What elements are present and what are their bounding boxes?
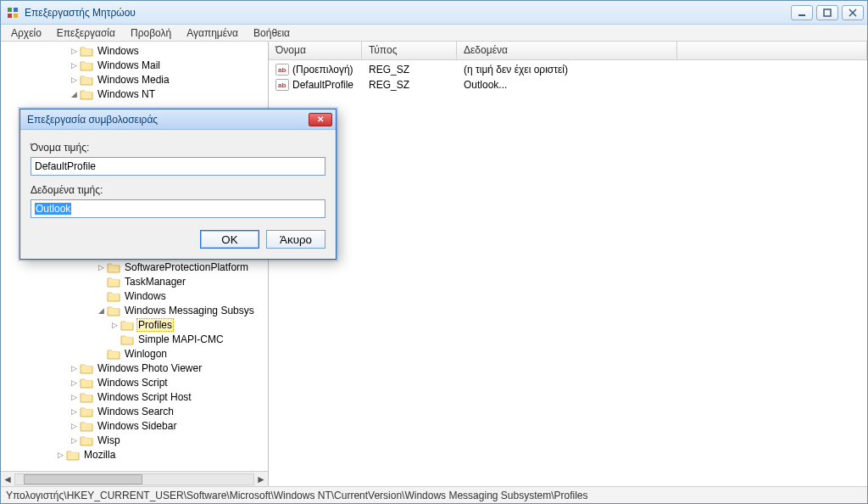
tree-node[interactable]: ▷Windows (1, 43, 268, 58)
tree-node[interactable]: ◢Windows Messaging Subsys (1, 303, 268, 317)
expand-icon[interactable]: ▷ (55, 451, 65, 459)
tree-node[interactable]: ▷Windows Script Host (1, 389, 268, 404)
col-data[interactable]: Δεδομένα (457, 42, 677, 59)
tree-node[interactable]: ▷SoftwareProtectionPlatform (1, 260, 268, 274)
tree-node-label: Windows Sidebar (96, 420, 178, 432)
dialog-close-button[interactable]: ✕ (309, 113, 332, 126)
col-type[interactable]: Τύπος (362, 42, 457, 59)
tree-node-label: Windows Messaging Subsys (123, 305, 256, 316)
string-value-icon (275, 79, 289, 91)
list-row[interactable]: DefaultProfileREG_SZOutlook... (269, 77, 867, 92)
scroll-thumb[interactable] (24, 474, 142, 484)
dialog-body: Όνομα τιμής: Δεδομένα τιμής: Outlook OK … (20, 130, 336, 259)
minimize-button[interactable] (791, 5, 813, 20)
folder-icon (80, 406, 93, 417)
menu-edit[interactable]: Επεξεργασία (50, 25, 122, 41)
expand-icon[interactable]: ▷ (69, 393, 79, 401)
expand-icon[interactable]: ▷ (69, 76, 79, 84)
folder-icon (80, 45, 93, 57)
list-row[interactable]: (Προεπιλογή)REG_SZ(η τιμή δεν έχει οριστ… (269, 62, 867, 77)
tree-node[interactable]: ▷Windows Mail (1, 58, 268, 72)
col-filler (677, 42, 867, 59)
tree-node[interactable]: Windows (1, 288, 268, 303)
dialog-titlebar: Επεξεργασία συμβολοσειράς ✕ (20, 109, 336, 130)
dialog-title: Επεξεργασία συμβολοσειράς (27, 114, 158, 126)
list-header: Όνομα Τύπος Δεδομένα (269, 42, 867, 60)
tree-hscrollbar[interactable]: ◄ ► (1, 471, 268, 486)
tree-node[interactable]: ▷Mozilla (1, 447, 268, 462)
expand-icon[interactable]: ▷ (96, 263, 106, 272)
svg-rect-3 (14, 14, 18, 18)
window-controls (791, 5, 864, 20)
tree-node[interactable]: Winlogon (1, 346, 268, 361)
collapse-icon[interactable]: ◢ (69, 90, 79, 98)
folder-icon (80, 377, 93, 389)
cell-type: REG_SZ (362, 79, 457, 91)
statusbar: Υπολογιστής\HKEY_CURRENT_USER\Software\M… (1, 486, 867, 503)
window-title: Επεξεργαστής Μητρώου (25, 7, 791, 19)
statusbar-path: Υπολογιστής\HKEY_CURRENT_USER\Software\M… (6, 490, 588, 501)
tree-node[interactable]: ◢Windows NT (1, 87, 268, 101)
tree-node-label: Wisp (96, 434, 122, 446)
svg-rect-0 (8, 8, 12, 12)
svg-rect-1 (14, 8, 18, 12)
cell-name: (Προεπιλογή) (269, 64, 362, 76)
folder-icon (107, 276, 120, 288)
menu-help[interactable]: Βοήθεια (247, 25, 297, 41)
cancel-button[interactable]: Άκυρο (266, 230, 326, 249)
ok-button[interactable]: OK (200, 230, 259, 249)
folder-icon (80, 59, 93, 71)
dialog-buttons: OK Άκυρο (31, 230, 326, 249)
string-value-icon (275, 64, 289, 76)
expand-icon[interactable]: ▷ (69, 378, 79, 387)
tree-node-label: Windows (123, 290, 168, 302)
tree-node[interactable]: ▷Windows Search (1, 404, 268, 418)
expand-icon[interactable]: ▷ (69, 364, 79, 372)
value-data-input[interactable]: Outlook (31, 199, 326, 218)
menu-view[interactable]: Προβολή (124, 25, 178, 41)
tree-node[interactable]: ▷Windows Sidebar (1, 418, 268, 433)
tree-node[interactable]: ▷Profiles (1, 317, 268, 332)
folder-icon (107, 261, 120, 273)
collapse-icon[interactable]: ◢ (96, 306, 106, 315)
tree-node-label: Windows Script Host (96, 391, 193, 403)
value-data-label: Δεδομένα τιμής: (31, 184, 326, 196)
expand-icon[interactable]: ▷ (69, 422, 79, 430)
app-icon (6, 6, 19, 20)
svg-rect-2 (8, 14, 12, 18)
menu-file[interactable]: Αρχείο (4, 25, 48, 41)
tree-node-label: Windows NT (96, 88, 157, 100)
tree-node[interactable]: ▷Wisp (1, 433, 268, 447)
tree-node-label: Windows Mail (96, 59, 162, 71)
expand-icon[interactable]: ▷ (69, 61, 79, 70)
maximize-button[interactable] (816, 5, 838, 20)
cell-data: (η τιμή δεν έχει οριστεί) (457, 64, 677, 76)
folder-icon (80, 74, 93, 86)
folder-icon (66, 449, 80, 461)
tree-node[interactable]: TaskManager (1, 274, 268, 288)
expand-icon[interactable]: ▷ (109, 321, 120, 329)
scroll-left-icon[interactable]: ◄ (1, 473, 14, 485)
tree-node[interactable]: ▷Windows Photo Viewer (1, 361, 268, 375)
expand-icon[interactable]: ▷ (69, 407, 79, 416)
tree-node[interactable]: ▷Windows Media (1, 72, 268, 87)
tree-node-label: Windows Media (96, 74, 171, 86)
tree-node-label: Windows (96, 45, 141, 57)
close-button[interactable] (842, 5, 864, 20)
value-name-input[interactable] (31, 157, 326, 176)
expand-icon[interactable]: ▷ (69, 436, 79, 445)
col-name[interactable]: Όνομα (269, 42, 362, 59)
tree-node-label: TaskManager (123, 276, 187, 288)
expand-icon[interactable]: ▷ (69, 47, 79, 55)
folder-icon (107, 305, 120, 316)
tree-node[interactable]: Simple MAPI-CMC (1, 332, 268, 346)
scroll-track[interactable] (14, 473, 254, 485)
tree-node-label: Simple MAPI-CMC (136, 333, 225, 345)
tree-node[interactable]: ▷Windows Script (1, 375, 268, 389)
tree-node-label: Windows Photo Viewer (96, 362, 203, 374)
menu-favorites[interactable]: Αγαπημένα (180, 25, 245, 41)
svg-rect-5 (824, 9, 831, 16)
scroll-right-icon[interactable]: ► (254, 473, 268, 485)
folder-icon (80, 362, 93, 374)
cell-type: REG_SZ (362, 64, 457, 76)
